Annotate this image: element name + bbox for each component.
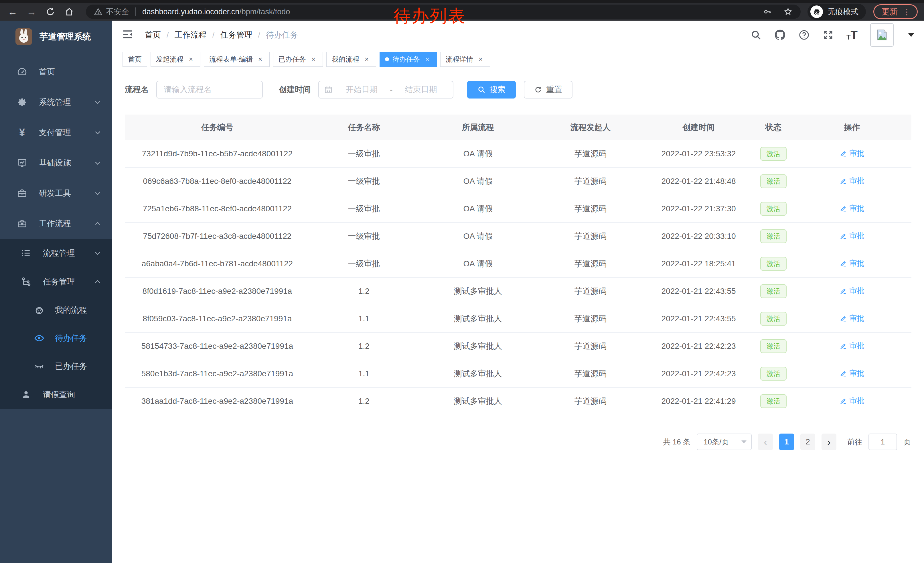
sidebar-item-待办任务[interactable]: 待办任务 xyxy=(0,324,112,352)
sidebar-item-支付管理[interactable]: ¥支付管理 xyxy=(0,117,112,148)
create-time-cell: 2022-01-22 18:25:41 xyxy=(643,259,754,268)
breadcrumb-home[interactable]: 首页 xyxy=(145,30,161,41)
sidebar-item-任务管理[interactable]: 任务管理 xyxy=(0,267,112,296)
user-menu-caret-icon[interactable] xyxy=(908,33,914,37)
approve-link[interactable]: 审批 xyxy=(840,286,864,296)
sidebar-item-已办任务[interactable]: 已办任务 xyxy=(0,352,112,380)
approve-link[interactable]: 审批 xyxy=(840,396,864,406)
edit-pen-icon xyxy=(840,232,849,240)
process-cell: 测试多审批人 xyxy=(418,368,538,379)
sidebar-item-请假查询[interactable]: 请假查询 xyxy=(0,380,112,409)
sidebar-item-工作流程[interactable]: 工作流程 xyxy=(0,209,112,239)
logo-image xyxy=(15,29,32,45)
tab-close-icon[interactable]: × xyxy=(423,55,431,63)
approve-link[interactable]: 审批 xyxy=(840,231,864,241)
font-size-icon[interactable]: TT xyxy=(846,29,858,41)
tab-待办任务[interactable]: 待办任务× xyxy=(380,52,437,67)
browser-update-button[interactable]: 更新 ⋮ xyxy=(873,4,918,19)
tab-close-icon[interactable]: × xyxy=(477,55,484,63)
tab-close-icon[interactable]: × xyxy=(363,55,371,63)
tab-close-icon[interactable]: × xyxy=(256,55,264,63)
approve-link[interactable]: 审批 xyxy=(840,203,864,213)
starter-cell: 芋道源码 xyxy=(538,176,643,187)
sidebar-item-研发工具[interactable]: 研发工具 xyxy=(0,178,112,209)
browser-toolbar: ← → 不安全 dashboard.yudao.iocoder.cn /bpm/… xyxy=(0,3,924,21)
approve-link-label: 审批 xyxy=(849,148,864,158)
tab-流程详情[interactable]: 流程详情× xyxy=(440,52,490,67)
app-header: 首页 / 工作流程 / 任务管理 / 待办任务 xyxy=(112,21,924,49)
approve-link[interactable]: 审批 xyxy=(840,258,864,268)
page-button-1[interactable]: 1 xyxy=(779,434,794,450)
url-bar[interactable]: 不安全 dashboard.yudao.iocoder.cn /bpm/task… xyxy=(86,5,801,19)
approve-link[interactable]: 审批 xyxy=(840,368,864,378)
task-name-cell: 一级审批 xyxy=(310,258,418,269)
sidebar-item-我的流程[interactable]: 我的流程 xyxy=(0,296,112,324)
reset-icon xyxy=(534,86,542,94)
task-id-cell: a6aba0a4-7b6d-11ec-b781-acde48001122 xyxy=(125,259,310,268)
approve-link[interactable]: 审批 xyxy=(840,148,864,158)
status-cell: 激活 xyxy=(754,394,793,408)
browser-menu-icon[interactable]: ⋮ xyxy=(903,7,911,17)
reload-icon[interactable] xyxy=(44,6,57,18)
forward-icon[interactable]: → xyxy=(25,6,38,18)
sidebar-item-label: 流程管理 xyxy=(43,248,75,258)
approve-link[interactable]: 审批 xyxy=(840,313,864,323)
bookmark-star-icon[interactable] xyxy=(783,7,793,17)
create-time-cell: 2022-01-22 21:37:30 xyxy=(643,204,754,213)
key-icon[interactable] xyxy=(763,7,772,17)
status-badge: 激活 xyxy=(760,202,787,216)
page-size-select[interactable]: 10条/页 xyxy=(697,434,752,450)
approve-link[interactable]: 审批 xyxy=(840,176,864,186)
tab-发起流程[interactable]: 发起流程× xyxy=(151,52,200,67)
edit-pen-icon xyxy=(840,397,849,405)
next-page-button[interactable]: › xyxy=(822,434,836,450)
tab-流程表单-编辑[interactable]: 流程表单-编辑× xyxy=(204,52,270,67)
reset-button[interactable]: 重置 xyxy=(524,81,573,99)
url-host: dashboard.yudao.iocoder.cn xyxy=(142,8,239,17)
avatar[interactable] xyxy=(870,23,894,47)
approve-link[interactable]: 审批 xyxy=(840,341,864,351)
home-icon[interactable] xyxy=(63,6,76,18)
table-row: a6aba0a4-7b6d-11ec-b781-acde48001122一级审批… xyxy=(125,250,911,278)
process-name-input[interactable] xyxy=(156,81,263,99)
tab-首页[interactable]: 首页 xyxy=(123,52,147,67)
column-header-状态: 状态 xyxy=(754,122,793,133)
sidebar-item-基础设施[interactable]: 基础设施 xyxy=(0,148,112,178)
search-button[interactable]: 搜索 xyxy=(467,81,516,99)
tab-close-icon[interactable]: × xyxy=(187,55,195,63)
prev-page-button[interactable]: ‹ xyxy=(758,434,773,450)
process-cell: 测试多审批人 xyxy=(418,341,538,352)
sidebar-item-首页[interactable]: 首页 xyxy=(0,57,112,87)
user-icon xyxy=(21,389,32,400)
table-row: 725a1eb6-7b88-11ec-8ef0-acde48001122一级审批… xyxy=(125,195,911,223)
breadcrumb-workflow[interactable]: 工作流程 xyxy=(175,30,207,41)
status-badge: 激活 xyxy=(760,367,787,381)
help-icon[interactable] xyxy=(798,29,810,41)
breadcrumb-task-mgmt[interactable]: 任务管理 xyxy=(220,30,252,41)
app-logo[interactable]: 芋道管理系统 xyxy=(0,21,112,53)
list-icon xyxy=(21,248,32,258)
table-row: 75d72608-7b7f-11ec-a3c8-acde48001122一级审批… xyxy=(125,223,911,250)
goto-page-input[interactable] xyxy=(868,434,897,450)
collapse-sidebar-icon[interactable] xyxy=(122,29,135,41)
task-name-cell: 一级审批 xyxy=(310,176,418,187)
task-name-cell: 一级审批 xyxy=(310,148,418,159)
sidebar-item-流程管理[interactable]: 流程管理 xyxy=(0,239,112,267)
sidebar-item-系统管理[interactable]: 系统管理 xyxy=(0,87,112,117)
back-icon[interactable]: ← xyxy=(6,6,19,18)
status-cell: 激活 xyxy=(754,339,793,353)
process-cell: OA 请假 xyxy=(418,258,538,269)
breadcrumb: 首页 / 工作流程 / 任务管理 / 待办任务 xyxy=(145,30,298,41)
search-icon[interactable] xyxy=(750,29,762,41)
tree-icon xyxy=(21,276,32,287)
tab-我的流程[interactable]: 我的流程× xyxy=(326,52,376,67)
date-range-picker[interactable]: 开始日期 - 结束日期 xyxy=(318,81,453,99)
github-icon[interactable] xyxy=(774,29,786,41)
starter-cell: 芋道源码 xyxy=(538,203,643,214)
tab-close-icon[interactable]: × xyxy=(309,55,318,63)
page-button-2[interactable]: 2 xyxy=(800,434,815,450)
fullscreen-icon[interactable] xyxy=(822,29,834,41)
tab-已办任务[interactable]: 已办任务× xyxy=(273,52,323,67)
process-cell: 测试多审批人 xyxy=(418,396,538,407)
yen-icon: ¥ xyxy=(16,127,27,138)
